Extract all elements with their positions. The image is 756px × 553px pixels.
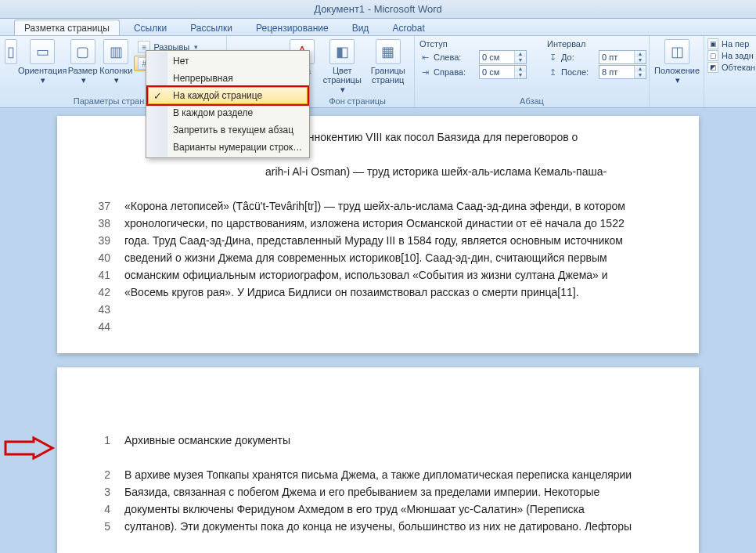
size-label: Размер (68, 66, 98, 75)
spin-up-icon[interactable]: ▲ (515, 66, 526, 72)
spacing-after-spin[interactable]: 8 пт▲▼ (599, 65, 646, 79)
bring-front-button[interactable]: ▣На пер (707, 38, 755, 49)
page-color-button[interactable]: ◧Цвет страницы▾ (321, 38, 364, 94)
spacing-before-spin[interactable]: 0 пт▲▼ (599, 50, 646, 64)
line-number (87, 450, 110, 465)
window-title: Документ1 - Microsoft Word (0, 0, 756, 19)
page-borders-label: Границы страниц (366, 66, 409, 85)
tab-page-layout[interactable]: Разметка страницы (14, 20, 120, 35)
indent-left-spin[interactable]: 0 см▲▼ (479, 50, 527, 64)
menu-item-none[interactable]: Нет (148, 52, 308, 70)
indent-right-label: Справа: (434, 67, 476, 77)
chevron-down-icon: ▾ (675, 75, 680, 85)
line-text (124, 302, 669, 317)
line-text: хронологически, по царствованиям, изложе… (124, 216, 669, 231)
text-wrap-button[interactable]: ◩Обтекан (707, 62, 755, 73)
line-text: османским официальным историографом, исп… (124, 268, 669, 283)
tab-mailings[interactable]: Рассылки (181, 20, 242, 35)
indent-left-value: 0 см (480, 52, 514, 62)
margins-button[interactable]: ▯ (5, 38, 17, 66)
line-text: Архивные османские документы (124, 433, 669, 448)
spin-down-icon[interactable]: ▼ (635, 72, 646, 78)
ribbon: ▯ ▭Ориентация▾ ▢Размер▾ ▥Колонки▾ ≡Разры… (0, 36, 756, 108)
indent-right-spin[interactable]: 0 см▲▼ (479, 65, 527, 79)
tab-acrobat[interactable]: Acrobat (383, 20, 434, 35)
line-number: 37 (87, 199, 110, 214)
spin-down-icon[interactable]: ▼ (515, 57, 526, 63)
spin-down-icon[interactable]: ▼ (635, 57, 646, 63)
spin-up-icon[interactable]: ▲ (635, 66, 646, 72)
line-text (124, 450, 669, 465)
line-text: В архиве музея Топкапы хранятся письма Д… (124, 468, 669, 483)
line-number: 3 (87, 485, 110, 500)
bring-front-icon: ▣ (707, 38, 718, 49)
line-text: султанов). Эти документы пока до конца н… (124, 519, 669, 534)
indent-right-icon: ⇥ (419, 67, 430, 78)
orientation-label: Ориентация (18, 66, 67, 75)
position-label: Положение (654, 66, 700, 75)
ribbon-tabs: Разметка страницы Ссылки Рассылки Реценз… (0, 19, 756, 36)
annotation-arrow (5, 438, 52, 458)
tab-review[interactable]: Рецензирование (247, 20, 338, 35)
indent-title: Отступ (419, 39, 527, 49)
spacing-after-row: ↥ После: 8 пт▲▼ (547, 65, 646, 79)
line-text (124, 320, 669, 334)
menu-item-continuous[interactable]: Непрерывная (148, 70, 308, 87)
line-text: «Восемь кругов рая». У Идриса Бидлиси он… (124, 285, 669, 300)
send-back-label: На задн (722, 51, 754, 60)
indent-left-row: ⇤ Слева: 0 см▲▼ (419, 50, 527, 64)
line-number: 40 (87, 251, 110, 266)
line-number: 39 (87, 233, 110, 248)
svg-marker-0 (5, 438, 52, 458)
indent-right-value: 0 см (480, 67, 514, 77)
page-2: 1Архивные османские документы 2В архиве … (57, 367, 699, 553)
spacing-title: Интервал (547, 39, 646, 49)
tab-view[interactable]: Вид (343, 20, 379, 35)
spacing-after-value: 8 пт (599, 67, 634, 77)
text-wrap-label: Обтекан (722, 63, 755, 72)
send-back-button[interactable]: ▢На задн (707, 50, 755, 61)
spacing-before-row: ↧ До: 0 пт▲▼ (547, 50, 646, 64)
spin-down-icon[interactable]: ▼ (515, 72, 526, 78)
bring-front-label: На пер (722, 39, 749, 49)
spacing-before-label: До: (561, 52, 596, 62)
indent-right-row: ⇥ Справа: 0 см▲▼ (419, 65, 527, 79)
send-back-icon: ▢ (707, 50, 718, 61)
columns-label: Колонки (99, 66, 132, 75)
check-icon: ✓ (153, 90, 162, 102)
chevron-down-icon: ▾ (81, 75, 86, 85)
line-number: 42 (87, 285, 110, 300)
line-text: документы включены Феридуном Ахмедом в е… (124, 502, 669, 517)
line-number: 41 (87, 268, 110, 283)
line-text: Баязида, связанная с побегом Джема и его… (124, 485, 669, 500)
line-text: «Корона летописей» (Tâcü't-Tevârih[tr]) … (124, 199, 669, 214)
chevron-down-icon: ▾ (114, 75, 119, 85)
chevron-down-icon: ▾ (41, 75, 45, 85)
page-color-label: Цвет страницы (321, 66, 364, 85)
orientation-button[interactable]: ▭Ориентация▾ (19, 38, 66, 85)
tab-references[interactable]: Ссылки (124, 20, 176, 35)
line-text: года. Труд Саад-эд-Дина, представленный … (124, 233, 669, 248)
menu-item-each-page[interactable]: ✓На каждой странице (148, 87, 308, 104)
spin-up-icon[interactable]: ▲ (635, 51, 646, 57)
menu-item-each-section[interactable]: В каждом разделе (148, 104, 308, 121)
menu-item-suppress[interactable]: Запретить в текущем абзац (148, 121, 308, 139)
line-number: 43 (87, 302, 110, 317)
position-button[interactable]: ◫Положение▾ (654, 38, 700, 85)
columns-button[interactable]: ▥Колонки▾ (99, 38, 132, 85)
line-number: 2 (87, 468, 110, 483)
text-wrap-icon: ◩ (707, 62, 718, 73)
spacing-before-icon: ↧ (547, 52, 558, 63)
line-numbers-menu: Нет Непрерывная ✓На каждой странице В ка… (146, 50, 310, 158)
menu-item-options[interactable]: Варианты нумерации строк… (148, 139, 308, 156)
spacing-after-icon: ↥ (547, 67, 558, 78)
text-fragment: arih-i Al-i Osman) — труд историка шейх-… (124, 164, 669, 179)
size-button[interactable]: ▢Размер▾ (67, 38, 98, 85)
spin-up-icon[interactable]: ▲ (515, 51, 526, 57)
line-number: 38 (87, 216, 110, 231)
indent-left-label: Слева: (434, 52, 476, 62)
page-borders-button[interactable]: ▦Границы страниц (366, 38, 409, 85)
chevron-down-icon: ▾ (340, 85, 345, 94)
spacing-before-value: 0 пт (599, 52, 634, 62)
document-area[interactable]: к папе Иннокентию VIII как посол Баязида… (0, 108, 756, 553)
